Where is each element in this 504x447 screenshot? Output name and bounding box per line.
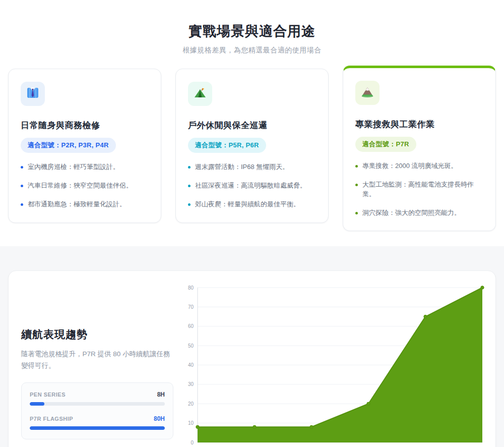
bullet-dot [21, 203, 23, 206]
card-title: 日常隨身與商務檢修 [21, 120, 149, 131]
svg-text:80: 80 [188, 285, 194, 291]
bullet-text: 郊山夜爬：輕量與續航的最佳平衡。 [195, 200, 300, 209]
svg-text:20: 20 [188, 401, 194, 407]
battery-compare-card: PEN SERIES 8H P7R FLAGSHIP 80H [21, 382, 173, 439]
bullet-list: 專業搜救：2000 流明廣域光斑。 大型工地監測：高性能電池支撐長時作業。 洞穴… [355, 161, 483, 217]
card-icon-box [355, 81, 380, 105]
card-daily-business: 日常隨身與商務檢修 適合型號：P2R, P3R, P4R 室內機房巡檢：輕巧筆型… [8, 69, 161, 223]
bar-label: PEN SERIES [30, 392, 66, 398]
page-subtitle: 根據規格差異，為您精選最合適的使用場合 [0, 46, 504, 55]
camping-tent-icon [193, 85, 208, 102]
bullet-dot [21, 185, 23, 187]
list-item: 大型工地監測：高性能電池支撐長時作業。 [355, 180, 483, 199]
battery-bar-pen-series: PEN SERIES 8H [30, 391, 165, 406]
bullet-text: 週末露營活動：IP68 無懼雨天。 [195, 162, 289, 172]
list-item: 都市通勤應急：極致輕量化設計。 [21, 200, 149, 209]
list-item: 社區深夜巡邏：高流明驅散暗處威脅。 [188, 181, 316, 191]
battery-trend-title: 續航表現趨勢 [21, 327, 173, 342]
bullet-text: 都市通勤應急：極致輕量化設計。 [28, 200, 126, 209]
bullet-text: 大型工地監測：高性能電池支撐長時作業。 [362, 180, 483, 199]
progress-track [30, 426, 165, 430]
battery-trend-band: 續航表現趨勢 隨著電池規格提升，P7R 提供 80 小時續航讓任務變得可行。 P… [0, 246, 504, 447]
bullet-text: 汽車日常維修：狹窄空間最佳伴侶。 [28, 181, 133, 191]
bullet-dot [188, 166, 191, 169]
model-badge: 適合型號：P5R, P6R [188, 138, 266, 153]
bullet-dot [188, 185, 191, 187]
mountain-icon [360, 84, 375, 101]
bullet-text: 專業搜救：2000 流明廣域光斑。 [362, 161, 458, 171]
battery-trend-chart-area: 01020304050607080P2RP3RP4RP5RP6RP7R [180, 281, 492, 447]
progress-fill [30, 426, 165, 430]
battery-trend-chart: 01020304050607080P2RP3RP4RP5RP6RP7R [180, 281, 492, 447]
model-badge: 適合型號：P2R, P3R, P4R [21, 138, 116, 153]
bullet-dot [355, 212, 358, 214]
necktie-icon [25, 85, 40, 102]
card-icon-box [21, 82, 45, 106]
svg-text:0: 0 [191, 440, 194, 445]
battery-trend-panel: 續航表現趨勢 隨著電池規格提升，P7R 提供 80 小時續航讓任務變得可行。 P… [8, 270, 496, 447]
battery-trend-copy: 續航表現趨勢 隨著電池規格提升，P7R 提供 80 小時續航讓任務變得可行。 P… [21, 327, 173, 439]
svg-text:40: 40 [188, 362, 194, 368]
card-title: 專業搜救與工業作業 [355, 119, 483, 130]
use-case-cards: 日常隨身與商務檢修 適合型號：P2R, P3R, P4R 室內機房巡檢：輕巧筆型… [0, 69, 504, 231]
svg-text:30: 30 [188, 382, 194, 387]
bullet-list: 室內機房巡檢：輕巧筆型設計。 汽車日常維修：狹窄空間最佳伴侶。 都市通勤應急：極… [21, 162, 149, 209]
list-item: 週末露營活動：IP68 無懼雨天。 [188, 162, 316, 172]
battery-bar-p7r-flagship: P7R FLAGSHIP 80H [30, 415, 165, 430]
svg-text:60: 60 [188, 324, 194, 329]
card-icon-box [188, 82, 212, 106]
bullet-text: 社區深夜巡邏：高流明驅散暗處威脅。 [195, 181, 306, 191]
bullet-text: 室內機房巡檢：輕巧筆型設計。 [28, 162, 119, 172]
bullet-list: 週末露營活動：IP68 無懼雨天。 社區深夜巡邏：高流明驅散暗處威脅。 郊山夜爬… [188, 162, 316, 209]
list-item: 汽車日常維修：狹窄空間最佳伴侶。 [21, 181, 149, 191]
card-outdoor-security: 戶外休閒與保全巡邏 適合型號：P5R, P6R 週末露營活動：IP68 無懼雨天… [175, 69, 329, 223]
bullet-dot [188, 203, 191, 206]
bullet-dot [355, 165, 358, 167]
progress-fill [30, 402, 44, 406]
section-header: 實戰場景與適合用途 根據規格差異，為您精選最合適的使用場合 [0, 0, 504, 55]
page-title: 實戰場景與適合用途 [0, 22, 504, 40]
card-title: 戶外休閒與保全巡邏 [188, 120, 316, 131]
bar-value: 80H [154, 415, 165, 422]
list-item: 洞穴探險：強大的空間照亮能力。 [355, 208, 483, 218]
list-item: 專業搜救：2000 流明廣域光斑。 [355, 161, 483, 171]
model-badge: 適合型號：P7R [355, 137, 416, 152]
bar-value: 8H [157, 391, 165, 398]
bullet-text: 洞穴探險：強大的空間照亮能力。 [362, 208, 461, 218]
svg-text:10: 10 [188, 421, 194, 426]
battery-trend-description: 隨著電池規格提升，P7R 提供 80 小時續航讓任務變得可行。 [21, 349, 173, 371]
progress-track [30, 402, 165, 406]
bullet-dot [355, 184, 358, 186]
list-item: 郊山夜爬：輕量與續航的最佳平衡。 [188, 200, 316, 209]
svg-text:70: 70 [188, 304, 194, 310]
list-item: 室內機房巡檢：輕巧筆型設計。 [21, 162, 149, 172]
card-professional-industrial: 專業搜救與工業作業 適合型號：P7R 專業搜救：2000 流明廣域光斑。 大型工… [343, 66, 496, 231]
bar-label: P7R FLAGSHIP [30, 416, 73, 422]
svg-text:50: 50 [188, 343, 194, 349]
bullet-dot [21, 166, 23, 169]
